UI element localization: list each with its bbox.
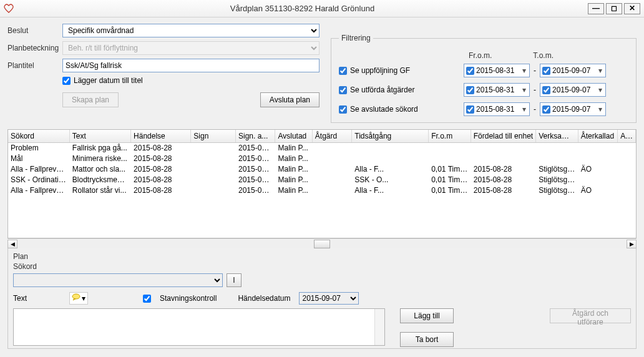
- table-row[interactable]: Alla - Fallpreve...Mattor och sla...2015…: [8, 164, 636, 174]
- cell: Alla - F...: [352, 185, 429, 195]
- event-date-select[interactable]: 2015-09-07: [299, 292, 359, 305]
- from-date-1-check[interactable]: [466, 86, 474, 94]
- chevron-down-icon[interactable]: ▾: [597, 66, 603, 75]
- cell: [191, 174, 236, 185]
- cell: Fallrisk pga gå...: [69, 142, 130, 153]
- scroll-thumb[interactable]: [314, 240, 330, 248]
- col-sokord[interactable]: Sökord: [8, 130, 69, 142]
- to-date-2-check[interactable]: [542, 105, 550, 114]
- beslut-label: Beslut: [7, 26, 62, 35]
- event-date-label: Händelsedatum: [238, 294, 290, 303]
- minimize-button[interactable]: —: [588, 3, 604, 14]
- col-signa[interactable]: Sign. a...: [236, 130, 275, 142]
- to-date-2[interactable]: 2015-09-07▾: [540, 102, 606, 116]
- editor-scrollbar[interactable]: [374, 309, 384, 345]
- col-avs[interactable]: Avs: [618, 130, 636, 142]
- col-text[interactable]: Text: [69, 130, 130, 142]
- cell: [312, 164, 351, 174]
- beslut-select[interactable]: Specifik omvårdnad: [62, 24, 320, 37]
- cell: [191, 142, 236, 153]
- scroll-track[interactable]: [17, 240, 627, 248]
- cell: [312, 174, 351, 185]
- cell: 2015-08-28: [236, 153, 275, 164]
- to-date-0[interactable]: 2015-09-07▾: [540, 64, 606, 77]
- col-avslutad[interactable]: Avslutad: [275, 130, 312, 142]
- chevron-down-icon[interactable]: ▾: [597, 86, 603, 94]
- cell: 2015-08-28: [131, 185, 191, 195]
- plantitel-label: Plantitel: [7, 61, 62, 70]
- col-tidsatgang[interactable]: Tidsåtgång: [352, 130, 429, 142]
- filter-fieldset: Filtrering Fr.o.m. T.o.m. Se uppföljning…: [331, 34, 637, 123]
- cell: [578, 153, 617, 164]
- cell: 2015-08-28: [131, 174, 191, 185]
- scroll-left-icon[interactable]: ◀: [7, 240, 17, 248]
- cell: Malin P...: [275, 164, 312, 174]
- col-verksamhet[interactable]: Verksamhet: [536, 130, 578, 142]
- col-aterkallad[interactable]: Återkallad: [578, 130, 617, 142]
- from-date-0[interactable]: 2015-08-31▾: [464, 64, 530, 77]
- speech-bubble-icon[interactable]: ▾: [69, 292, 88, 305]
- table-row[interactable]: SSK - Ordinatio...Blodtrycksmedi...2015-…: [8, 174, 636, 185]
- scroll-right-icon[interactable]: ▶: [627, 240, 637, 248]
- horizontal-scrollbar[interactable]: ◀ ▶: [7, 238, 637, 248]
- text-label: Text: [13, 294, 27, 303]
- filter-actions-checkbox[interactable]: [339, 86, 347, 94]
- from-header: Fr.o.m.: [469, 51, 492, 60]
- spellcheck-label: Stavningskontroll: [160, 294, 217, 303]
- cell: Malin P...: [275, 185, 312, 195]
- filter-closed-checkbox[interactable]: [339, 105, 347, 114]
- col-from[interactable]: Fr.o.m: [429, 130, 471, 142]
- cell: [618, 185, 636, 195]
- cell: 2015-08-28: [131, 142, 191, 153]
- app-icon: [4, 4, 14, 14]
- table-row[interactable]: ProblemFallrisk pga gå...2015-08-282015-…: [8, 142, 636, 153]
- sokord-select[interactable]: [13, 273, 223, 287]
- to-date-1[interactable]: 2015-09-07▾: [540, 83, 606, 97]
- window-title: Vårdplan 351130-8292 Harald Grönlund: [19, 4, 586, 13]
- cell: Malin P...: [275, 153, 312, 164]
- dash: -: [534, 105, 536, 114]
- table-row[interactable]: Alla - Fallpreve...Rollator står vi...20…: [8, 185, 636, 195]
- plan-table[interactable]: Sökord Text Händelse Sign Sign. a... Avs…: [7, 129, 637, 238]
- skapa-plan-button: Skapa plan: [62, 92, 119, 107]
- cell: Malin P...: [275, 142, 312, 153]
- remove-button[interactable]: Ta bort: [400, 332, 454, 347]
- chevron-down-icon[interactable]: ▾: [521, 66, 527, 75]
- filter-closed-label: Se avslutade sökord: [350, 105, 418, 114]
- col-handelse[interactable]: Händelse: [131, 130, 191, 142]
- from-date-2[interactable]: 2015-08-31▾: [464, 102, 530, 116]
- close-button[interactable]: ✕: [624, 3, 640, 14]
- add-date-checkbox[interactable]: [62, 77, 71, 85]
- spellcheck-checkbox[interactable]: [143, 295, 151, 303]
- from-date-2-check[interactable]: [466, 105, 474, 114]
- to-date-0-check[interactable]: [542, 67, 550, 75]
- cell: Alla - Fallpreve...: [8, 164, 69, 174]
- col-fordelad[interactable]: Fördelad till enhet: [471, 130, 535, 142]
- plantitel-input[interactable]: [62, 59, 320, 72]
- to-date-1-check[interactable]: [542, 86, 550, 94]
- cell: Alla - Fallpreve...: [8, 185, 69, 195]
- cell: 0,01 Tim/besök 1 G...: [429, 185, 471, 195]
- text-editor[interactable]: [13, 308, 385, 346]
- chevron-down-icon[interactable]: ▾: [521, 86, 527, 94]
- to-header: T.o.m.: [533, 51, 554, 60]
- cell: 2015-08-28: [131, 164, 191, 174]
- from-date-0-check[interactable]: [466, 67, 474, 75]
- chevron-down-icon[interactable]: ▾: [597, 105, 603, 114]
- chevron-down-icon[interactable]: ▾: [521, 105, 527, 114]
- cell: ÄO: [578, 185, 617, 195]
- cell: [536, 153, 578, 164]
- table-row[interactable]: MålMinimera riske...2015-08-282015-08-28…: [8, 153, 636, 164]
- add-button[interactable]: Lägg till: [400, 308, 454, 323]
- avsluta-plan-button[interactable]: Avsluta plan: [260, 92, 320, 107]
- filter-legend: Filtrering: [339, 34, 373, 42]
- add-date-label: Lägger datum till titel: [74, 76, 143, 85]
- maximize-button[interactable]: ◻: [606, 3, 622, 14]
- col-atgard[interactable]: Åtgärd: [312, 130, 351, 142]
- cell: Alla - F...: [352, 164, 429, 174]
- filter-gf-checkbox[interactable]: [339, 67, 347, 75]
- col-sign[interactable]: Sign: [191, 130, 236, 142]
- from-date-1[interactable]: 2015-08-31▾: [464, 83, 530, 97]
- info-button[interactable]: I: [227, 273, 242, 287]
- cell: [312, 153, 351, 164]
